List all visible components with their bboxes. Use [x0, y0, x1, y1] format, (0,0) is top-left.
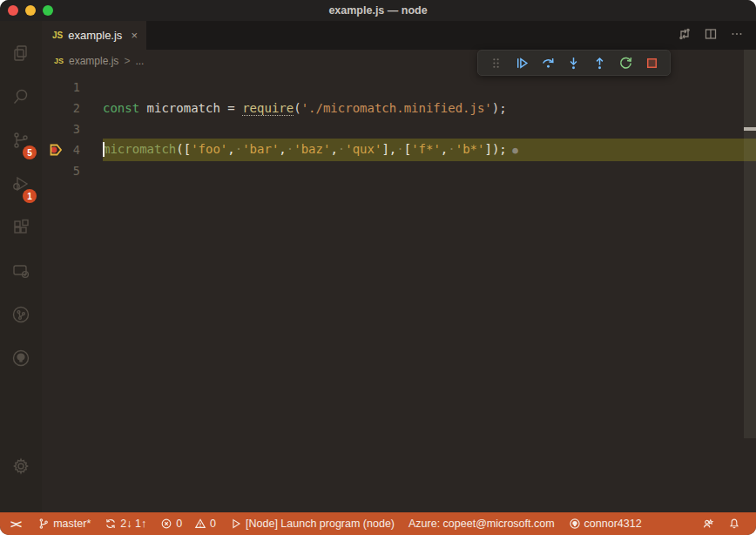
extensions-icon [10, 217, 31, 241]
code-line-3[interactable]: 3 [42, 119, 756, 139]
code-lines: 12const micromatch = require('./micromat… [42, 71, 756, 181]
text-cursor [103, 142, 105, 157]
step-out-button[interactable] [589, 52, 611, 73]
github-account-status[interactable]: connor4312 [562, 512, 649, 535]
sidebar-item-github[interactable] [0, 338, 42, 382]
line-content: micromatch(['foo',·'bar',·'baz',·'qux'],… [103, 139, 756, 161]
play-icon [230, 518, 242, 530]
sidebar-item-remote-explorer[interactable] [0, 251, 42, 295]
feedback-icon [702, 518, 714, 530]
tab-example-js[interactable]: JS example.js × [42, 21, 146, 50]
restart-icon [618, 56, 633, 71]
step-into-button[interactable] [563, 52, 585, 73]
toolbar-drag-handle[interactable] [485, 52, 508, 73]
code-line-2[interactable]: 2const micromatch = require('./micromatc… [42, 98, 756, 119]
overview-ruler-marker [744, 127, 756, 131]
warning-icon [194, 518, 206, 530]
more-actions-icon[interactable] [730, 27, 744, 44]
tab-label: example.js [68, 29, 122, 42]
stop-icon [645, 56, 659, 71]
debug-toolbar [477, 50, 671, 76]
tab-bar: JS example.js × [42, 21, 756, 50]
minimize-window-button[interactable] [25, 5, 36, 16]
github-icon [10, 348, 31, 372]
line-number: 5 [66, 160, 103, 181]
bell-icon [728, 518, 740, 530]
code-line-1[interactable]: 1 [42, 77, 756, 98]
sidebar-item-source-control[interactable]: 5 [0, 120, 42, 164]
circle-branch-icon [10, 304, 31, 328]
sync-status[interactable]: 2↓ 1↑ [98, 512, 153, 535]
remote-explorer-icon [10, 261, 31, 285]
remote-indicator[interactable]: >< [0, 512, 30, 535]
step-into-icon [566, 56, 581, 71]
continue-icon [515, 56, 530, 71]
sidebar-item-git-graph[interactable] [0, 295, 42, 338]
sidebar-item-explorer[interactable] [0, 33, 42, 77]
debug-launch-status[interactable]: [Node] Launch program (node) [223, 512, 402, 535]
step-out-icon [592, 56, 607, 71]
vscode-window: example.js — node [0, 0, 756, 535]
sidebar-item-search[interactable] [0, 77, 42, 120]
stop-button[interactable] [640, 52, 663, 73]
editor-scrollbar[interactable] [744, 50, 756, 438]
editor-actions [678, 21, 756, 50]
gripper-icon [489, 56, 503, 71]
code-line-4[interactable]: 4micromatch(['foo',·'bar',·'baz',·'qux']… [42, 139, 756, 160]
files-icon [10, 43, 31, 67]
problems-status[interactable]: 0 0 [153, 512, 223, 535]
restart-button[interactable] [614, 52, 637, 73]
sync-icon [105, 518, 117, 530]
status-bar: >< master* 2↓ 1↑ 0 0 [Node] Launch progr… [0, 512, 756, 535]
debug-current-line-arrow-icon [49, 144, 63, 156]
window-title: example.js — node [0, 4, 756, 17]
traffic-lights [8, 5, 53, 16]
step-over-button[interactable] [537, 52, 559, 73]
search-icon [10, 86, 31, 111]
line-number: 4 [66, 139, 103, 160]
split-editor-icon[interactable] [704, 27, 718, 44]
github-icon [569, 518, 581, 530]
sidebar-item-extensions[interactable] [0, 207, 42, 251]
run-debug-badge: 1 [23, 189, 37, 203]
code-editor[interactable]: 12const micromatch = require('./micromat… [42, 71, 756, 512]
source-control-badge: 5 [23, 146, 37, 159]
step-over-icon [541, 56, 556, 71]
breadcrumb-symbol[interactable]: ... [135, 55, 144, 67]
line-number: 1 [66, 77, 103, 98]
feedback-button[interactable] [695, 518, 721, 530]
activity-bar: 5 1 [0, 21, 42, 512]
azure-account-status[interactable]: Azure: copeet@microsoft.com [402, 512, 562, 535]
sidebar-item-run-debug[interactable]: 1 [0, 164, 42, 207]
line-number: 2 [66, 98, 103, 119]
notifications-button[interactable] [721, 518, 747, 530]
git-branch-status[interactable]: master* [30, 512, 98, 535]
titlebar: example.js — node [0, 0, 756, 21]
chevron-right-icon: > [124, 55, 130, 67]
javascript-file-icon: JS [52, 30, 63, 40]
error-icon [160, 518, 172, 530]
code-line-5[interactable]: 5 [42, 160, 756, 181]
compare-changes-icon[interactable] [678, 27, 692, 44]
line-content: const micromatch = require('./micromatch… [103, 98, 756, 119]
breadcrumb-file[interactable]: example.js [69, 55, 118, 67]
line-number: 3 [66, 119, 103, 139]
javascript-file-icon: JS [54, 57, 64, 65]
breakpoint-gutter[interactable] [45, 144, 66, 156]
continue-button[interactable] [511, 52, 534, 73]
manage-settings-button[interactable] [0, 446, 42, 490]
branch-icon [37, 518, 50, 530]
gear-icon [10, 456, 31, 480]
zoom-window-button[interactable] [43, 5, 53, 16]
close-window-button[interactable] [8, 5, 18, 16]
tab-close-icon[interactable]: × [131, 29, 138, 42]
